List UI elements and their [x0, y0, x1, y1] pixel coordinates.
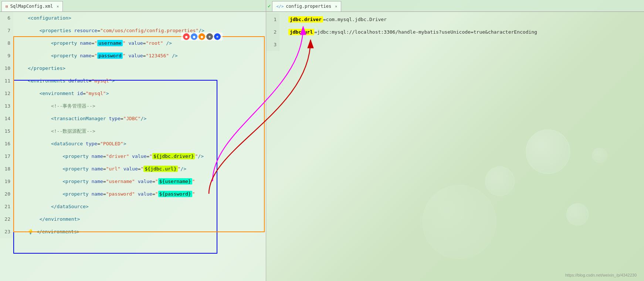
right-code-area: 1 jdbc.driver=com.mysql.jdbc.Driver 2 jd…	[266, 12, 644, 51]
line-content-22: </environment>	[13, 213, 80, 226]
line-content-8: <property name="username" value="root" /…	[13, 37, 172, 50]
code-line-9: 9 <property name="password" value="12345…	[0, 50, 266, 62]
left-tab-label: SqlMapConfig.xml	[10, 4, 53, 9]
right-line-num-3: 3	[266, 38, 279, 51]
right-tab-label: config.properties	[286, 4, 331, 9]
code-line-22: 22 </environment>	[0, 213, 266, 226]
check-icon: ✓	[268, 3, 271, 9]
line-content-11: <environments default="mysql">	[13, 75, 115, 87]
line-content-17: <property name="driver" value="${jdbc.dr…	[13, 150, 204, 163]
right-line-num-1: 1	[266, 13, 279, 26]
code-line-14: 14 <transactionManager type="JDBC"/>	[0, 112, 266, 125]
right-tab-bar: ✓ </> config.properties ×	[266, 0, 644, 12]
line-num-18: 18	[0, 163, 13, 175]
right-tab-icon: </>	[276, 4, 284, 9]
code-line-20: 20 <property name="password" value="${pa…	[0, 188, 266, 200]
code-line-13: 13 <!--事务管理器-->	[0, 100, 266, 112]
firefox-icon: ●	[191, 33, 197, 40]
line-content-21: </dataSource>	[13, 200, 89, 213]
code-line-11: 11 <environments default="mysql">	[0, 75, 266, 87]
right-line-content-2: jdbc.url=jdbc:mysql://localhost:3306/han…	[279, 26, 537, 38]
line-num-8: 8	[0, 37, 13, 50]
code-line-18: 18 <property name="url" value="${jdbc.ur…	[0, 163, 266, 175]
line-num-13: 13	[0, 100, 13, 112]
line-num-10: 10	[0, 62, 13, 75]
line-num-19: 19	[0, 175, 13, 188]
line-content-23: 💡 </environments>	[13, 226, 80, 238]
left-code-area: 6 <configuration> 7 <properties resource…	[0, 12, 266, 281]
line-num-7: 7	[0, 24, 13, 37]
line-num-14: 14	[0, 112, 13, 125]
code-line-7: 7 <properties resource="com/uos/config/c…	[0, 24, 266, 37]
line-content-19: <property name="username" value="${usern…	[13, 175, 195, 188]
line-num-11: 11	[0, 75, 13, 87]
right-panel: ✓ </> config.properties × 1 jdbc.driver=…	[266, 0, 644, 281]
code-line-16: 16 <dataSource type="POOLED">	[0, 138, 266, 150]
line-content-18: <property name="url" value="${jdbc.url}"…	[13, 163, 186, 175]
edge-icon: e	[214, 33, 221, 40]
right-code-line-3: 3	[266, 38, 644, 51]
line-num-6: 6	[0, 12, 13, 24]
line-num-21: 21	[0, 200, 13, 213]
left-tab[interactable]: ⊞ SqlMapConfig.xml ×	[1, 1, 63, 11]
left-tab-bar: ⊞ SqlMapConfig.xml ×	[0, 0, 266, 12]
right-code-line-1: 1 jdbc.driver=com.mysql.jdbc.Driver	[266, 13, 644, 26]
browser-icons-bar: ● ● ● e e	[181, 33, 223, 41]
line-num-15: 15	[0, 125, 13, 138]
line-content-6: <configuration>	[13, 12, 71, 24]
code-line-10: 10 </properties>	[0, 62, 266, 75]
code-line-12: 12 <environment id="mysql">	[0, 87, 266, 100]
line-content-16: <dataSource type="POOLED">	[13, 138, 126, 150]
line-content-13: <!--事务管理器-->	[13, 100, 95, 112]
line-content-12: <environment id="mysql">	[13, 87, 109, 100]
right-line-num-2: 2	[266, 26, 279, 38]
code-line-21: 21 </dataSource>	[0, 200, 266, 213]
line-content-15: <!--数据源配置-->	[13, 125, 95, 138]
line-content-10: </properties>	[13, 62, 65, 75]
line-num-23: 23	[0, 226, 13, 238]
line-num-17: 17	[0, 150, 13, 163]
code-line-23: 23 💡 </environments>	[0, 226, 266, 238]
code-line-8: 8 <property name="username" value="root"…	[0, 37, 266, 50]
line-content-20: <property name="password" value="${passw…	[13, 188, 195, 200]
watermark: https://blog.csdn.net/weixin_/p/4342230	[565, 273, 637, 277]
chrome-icon: ●	[183, 33, 190, 40]
line-num-20: 20	[0, 188, 13, 200]
xml-file-icon: ⊞	[6, 4, 8, 9]
right-line-content-1: jdbc.driver=com.mysql.jdbc.Driver	[279, 13, 387, 26]
line-content-9: <property name="password" value="123456"…	[13, 50, 178, 62]
safari-icon: ●	[199, 33, 205, 40]
left-tab-close[interactable]: ×	[57, 4, 59, 9]
code-line-19: 19 <property name="username" value="${us…	[0, 175, 266, 188]
code-line-17: 17 <property name="driver" value="${jdbc…	[0, 150, 266, 163]
left-panel: ⊞ SqlMapConfig.xml × ● ● ● e e 6 <config…	[0, 0, 266, 281]
right-tab[interactable]: </> config.properties ×	[272, 1, 341, 11]
line-num-16: 16	[0, 138, 13, 150]
line-content-14: <transactionManager type="JDBC"/>	[13, 112, 146, 125]
right-tab-close[interactable]: ×	[335, 4, 337, 9]
ie-icon: e	[206, 33, 213, 40]
line-num-22: 22	[0, 213, 13, 226]
code-line-6: 6 <configuration>	[0, 12, 266, 24]
code-line-15: 15 <!--数据源配置-->	[0, 125, 266, 138]
line-num-9: 9	[0, 50, 13, 62]
line-num-12: 12	[0, 87, 13, 100]
right-line-content-3	[279, 38, 285, 51]
right-code-line-2: 2 jdbc.url=jdbc:mysql://localhost:3306/h…	[266, 26, 644, 38]
line-content-7: <properties resource="com/uos/config/con…	[13, 24, 204, 37]
